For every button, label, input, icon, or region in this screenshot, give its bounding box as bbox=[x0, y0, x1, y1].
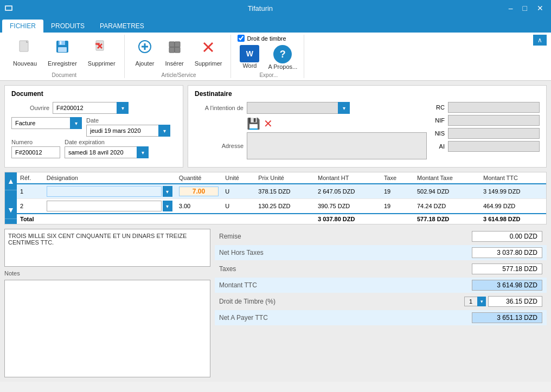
droit-timbre-checkbox[interactable] bbox=[238, 35, 245, 42]
table-down-button[interactable]: ▼ bbox=[5, 201, 17, 219]
maximize-button[interactable]: □ bbox=[520, 4, 530, 12]
ouvrire-row: Ouvrire ▾ bbox=[11, 102, 176, 114]
rc-input[interactable] bbox=[448, 102, 540, 113]
document-card: Document Ouvrire ▾ Facture ▾ bbox=[4, 85, 183, 168]
svg-rect-16 bbox=[169, 42, 175, 47]
row1-quantite: 7.00 bbox=[176, 184, 222, 199]
row2-unite: U bbox=[222, 199, 255, 214]
row2-dropdown-btn[interactable]: ▾ bbox=[163, 201, 172, 211]
col-taxe: Taxe bbox=[381, 172, 414, 184]
ajouter-label: Ajouter bbox=[136, 60, 155, 67]
ouvrire-input[interactable] bbox=[53, 102, 129, 114]
numero-input[interactable] bbox=[11, 146, 60, 158]
toolbar-export-label: Expor... bbox=[259, 72, 278, 78]
nif-input[interactable] bbox=[448, 115, 540, 126]
rc-label: RC bbox=[431, 104, 445, 111]
numero-expiration-row: Numero Date expiration ▾ bbox=[11, 139, 176, 158]
net-payer-row: Net A Payer TTC 3 651.13 DZD bbox=[215, 310, 547, 325]
apropos-button[interactable]: ? A Propos... bbox=[266, 44, 299, 71]
apropos-icon: ? bbox=[273, 45, 292, 63]
nis-input[interactable] bbox=[448, 128, 540, 139]
toolbar-collapse-button[interactable]: ∧ bbox=[533, 35, 547, 46]
adresse-row: Adresse bbox=[195, 132, 427, 159]
delete-label: Supprimer bbox=[88, 60, 116, 67]
supprimer-article-button[interactable]: Supprimer bbox=[190, 37, 227, 69]
table-row[interactable]: 1 ▾ 7.00 U 378.15 DZD bbox=[17, 184, 546, 199]
table-up-button[interactable]: ▲ bbox=[5, 172, 17, 190]
amount-in-words: TROIS MILLE SIX CENT CINQUANTE ET UN DIN… bbox=[4, 229, 210, 267]
close-button[interactable]: ✕ bbox=[534, 4, 547, 12]
dest-close-icon[interactable]: ✕ bbox=[264, 117, 273, 130]
montant-ttc-row: Montant TTC 3 614.98 DZD bbox=[215, 278, 547, 293]
dest-save-icon[interactable]: 💾 bbox=[247, 117, 260, 130]
ai-input[interactable] bbox=[448, 141, 540, 152]
nif-label: NIF bbox=[431, 117, 445, 124]
ajouter-icon bbox=[137, 40, 152, 59]
date-expiration-input[interactable] bbox=[65, 146, 149, 158]
ai-label: AI bbox=[431, 143, 445, 150]
row2-designation-input[interactable] bbox=[47, 201, 162, 211]
ajouter-button[interactable]: Ajouter bbox=[131, 37, 159, 69]
row1-designation-input[interactable] bbox=[47, 186, 162, 197]
date-label: Date bbox=[86, 117, 170, 124]
remise-label: Remise bbox=[219, 233, 241, 240]
row2-designation[interactable]: ▾ bbox=[43, 199, 176, 214]
menu-bar: FICHIER PRODUITS PARAMETRES bbox=[0, 16, 551, 33]
save-label: Enregistrer bbox=[48, 60, 77, 67]
row1-montant-ttc: 3 149.99 DZD bbox=[480, 184, 546, 199]
row1-montant-taxe: 502.94 DZD bbox=[414, 184, 480, 199]
date-type-row: Facture ▾ Date ▾ bbox=[11, 117, 176, 137]
row2-num: 2 bbox=[17, 199, 43, 214]
notes-box[interactable] bbox=[4, 280, 210, 377]
total-montant-ht: 3 037.80 DZD bbox=[315, 214, 381, 224]
main-content: Document Ouvrire ▾ Facture ▾ bbox=[0, 81, 551, 382]
droit-timbre-label: Droit de Timbre (%) bbox=[219, 298, 276, 305]
bottom-section: TROIS MILLE SIX CENT CINQUANTE ET UN DIN… bbox=[4, 229, 547, 377]
col-prix-unite: Prix Unité bbox=[255, 172, 315, 184]
col-unite: Unité bbox=[222, 172, 255, 184]
inserer-label: Insérer bbox=[165, 60, 183, 67]
date-input[interactable] bbox=[86, 125, 170, 137]
type-select[interactable]: Facture bbox=[11, 117, 82, 129]
document-title: Document bbox=[11, 90, 176, 98]
row2-taxe: 19 bbox=[381, 199, 414, 214]
table-side-buttons: ▲ ▼ bbox=[5, 172, 17, 224]
svg-rect-12 bbox=[95, 43, 100, 45]
row1-taxe: 19 bbox=[381, 184, 414, 199]
table-section: ▲ ▼ Réf. Désignation Quantité Unité Prix… bbox=[4, 172, 547, 224]
adresse-box[interactable] bbox=[247, 132, 427, 159]
destinataire-main: A l'intention de ▾ 💾 ✕ Adresse bbox=[195, 102, 427, 163]
ai-row: AI bbox=[431, 141, 540, 152]
delete-button[interactable]: Supprimer bbox=[84, 37, 120, 69]
droit-timbre-select[interactable]: 1 2 bbox=[464, 297, 486, 306]
save-button[interactable]: Enregistrer bbox=[43, 37, 81, 69]
new-button[interactable]: Nouveau bbox=[9, 37, 41, 69]
row1-designation[interactable]: ▾ bbox=[43, 184, 176, 199]
net-payer-label: Net A Payer TTC bbox=[219, 314, 268, 322]
svg-rect-7 bbox=[58, 47, 67, 52]
menu-tab-produits[interactable]: PRODUITS bbox=[43, 20, 92, 33]
nif-row: NIF bbox=[431, 115, 540, 126]
intention-input[interactable] bbox=[247, 102, 350, 114]
apropos-label: A Propos... bbox=[268, 63, 297, 70]
droit-timbre-value: 36.15 DZD bbox=[488, 296, 542, 307]
inserer-button[interactable]: Insérer bbox=[161, 37, 188, 69]
total-montant-ttc: 3 614.98 DZD bbox=[480, 214, 546, 224]
total-label: Total bbox=[17, 214, 176, 224]
word-button[interactable]: W Word bbox=[238, 44, 261, 71]
row1-dropdown-btn[interactable]: ▾ bbox=[163, 186, 172, 197]
menu-tab-fichier[interactable]: FICHIER bbox=[2, 20, 43, 33]
taxes-row: Taxes 577.18 DZD bbox=[215, 261, 547, 277]
minimize-button[interactable]: – bbox=[505, 4, 516, 12]
net-hors-taxes-row: Net Hors Taxes 3 037.80 DZD bbox=[215, 245, 547, 260]
droit-timbre-controls: 1 2 ▾ 36.15 DZD bbox=[464, 296, 542, 307]
dest-action-icons: 💾 ✕ bbox=[247, 117, 427, 130]
table-container: Réf. Désignation Quantité Unité Prix Uni… bbox=[17, 172, 546, 224]
intention-select-wrapper: ▾ bbox=[247, 102, 350, 114]
row2-prix-unite: 130.25 DZD bbox=[255, 199, 315, 214]
row1-unite: U bbox=[222, 184, 255, 199]
adresse-label: Adresse bbox=[195, 143, 244, 149]
menu-tab-parametres[interactable]: PARAMETRES bbox=[92, 20, 152, 33]
table-row[interactable]: 2 ▾ 3.00 U 130.25 DZD 390.75 DZD bbox=[17, 199, 546, 214]
numero-label: Numero bbox=[11, 139, 60, 145]
